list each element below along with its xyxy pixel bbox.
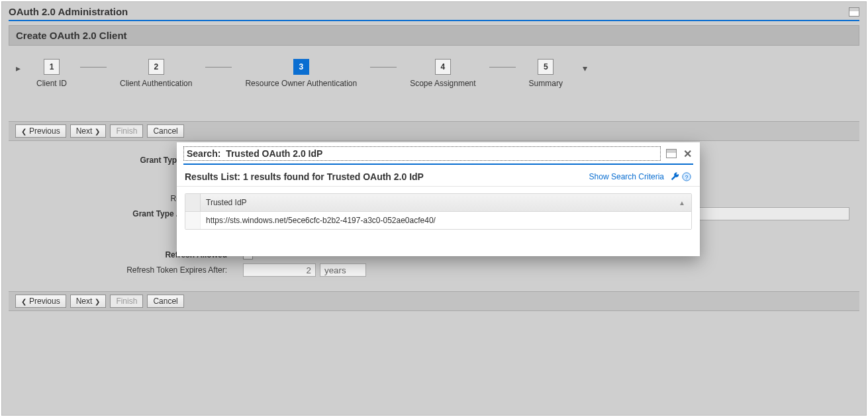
wizard-heading: Create OAuth 2.0 Client	[9, 25, 859, 46]
step-client-id[interactable]: 1 Client ID	[36, 59, 67, 88]
button-label: Previous	[29, 126, 60, 136]
step-scope-assignment[interactable]: 4 Scope Assignment	[410, 59, 475, 88]
previous-button[interactable]: ❮ Previous	[15, 295, 66, 308]
roadmap-connector	[489, 67, 516, 68]
wrench-icon[interactable]	[669, 171, 680, 182]
button-label: Previous	[29, 297, 60, 306]
step-number: 4	[435, 59, 451, 75]
button-label: Cancel	[153, 126, 177, 136]
button-bar-bottom: ❮ Previous Next ❯ Finish Cancel	[9, 291, 859, 311]
row-select-handle	[185, 194, 201, 211]
results-heading: Results List: 1 results found for Truste…	[185, 171, 589, 182]
column-header-trusted-idp[interactable]: Trusted IdP	[201, 195, 673, 210]
refresh-expires-label: Refresh Token Expires After:	[9, 265, 234, 275]
step-label: Scope Assignment	[410, 79, 475, 88]
table-row[interactable]: https://sts.windows.net/5ece6cfc-b2b2-41…	[185, 212, 691, 229]
step-number: 2	[148, 59, 164, 75]
dialog-header: Search: Trusted OAuth 2.0 IdP ✕	[177, 142, 700, 163]
next-button[interactable]: Next ❯	[70, 295, 107, 308]
button-bar-top: ❮ Previous Next ❯ Finish Cancel	[9, 121, 859, 141]
cancel-button[interactable]: Cancel	[147, 124, 183, 138]
button-label: Finish	[116, 297, 137, 306]
dialog-underline	[183, 163, 693, 165]
dialog-title: Search: Trusted OAuth 2.0 IdP	[183, 146, 661, 161]
roadmap-connector	[205, 67, 232, 68]
finish-button: Finish	[110, 295, 143, 308]
step-label: Summary	[529, 79, 563, 88]
window-icon[interactable]	[666, 149, 677, 158]
step-number: 3	[293, 59, 309, 75]
wizard-roadmap: ▸ 1 Client ID 2 Client Authentication 3 …	[9, 55, 859, 108]
row-select-handle[interactable]	[185, 212, 201, 229]
refresh-token-unit-input[interactable]	[320, 263, 366, 277]
close-icon[interactable]: ✕	[682, 148, 693, 160]
page-title: OAuth 2.0 Administration	[9, 6, 128, 17]
step-resource-owner-auth[interactable]: 3 Resource Owner Authentication	[245, 59, 357, 88]
step-client-auth[interactable]: 2 Client Authentication	[120, 59, 192, 88]
sort-icon[interactable]: ▲	[673, 199, 691, 207]
button-label: Finish	[116, 126, 137, 136]
step-summary[interactable]: 5 Summary	[529, 59, 563, 88]
svg-text:?: ?	[685, 174, 689, 181]
window-icon[interactable]	[849, 7, 859, 17]
roadmap-connector	[80, 67, 107, 68]
results-header: Results List: 1 results found for Truste…	[177, 170, 700, 187]
previous-button[interactable]: ❮ Previous	[15, 124, 66, 138]
step-number: 1	[44, 59, 60, 75]
refresh-token-value-input[interactable]	[243, 263, 316, 277]
step-number: 5	[538, 59, 554, 75]
button-label: Cancel	[153, 297, 177, 306]
roadmap-connector	[370, 67, 397, 68]
table-header-row: Trusted IdP ▲	[185, 194, 691, 212]
results-table: Trusted IdP ▲ https://sts.windows.net/5e…	[185, 193, 692, 230]
chevron-left-icon: ❮	[21, 298, 26, 305]
roadmap-end-icon: ▾	[580, 63, 591, 73]
chevron-right-icon: ❯	[95, 298, 100, 305]
chevron-left-icon: ❮	[21, 128, 26, 135]
dialog-title-prefix: Search:	[187, 148, 220, 159]
title-underline	[9, 20, 859, 21]
cell-trusted-idp: https://sts.windows.net/5ece6cfc-b2b2-41…	[201, 212, 691, 228]
cancel-button[interactable]: Cancel	[147, 295, 183, 308]
step-label: Resource Owner Authentication	[245, 79, 357, 88]
chevron-right-icon: ❯	[95, 128, 100, 135]
step-label: Client Authentication	[120, 79, 192, 88]
help-icon[interactable]: ?	[681, 171, 692, 182]
dialog-title-object: Trusted OAuth 2.0 IdP	[226, 148, 322, 159]
next-button[interactable]: Next ❯	[70, 124, 107, 138]
finish-button: Finish	[110, 124, 143, 138]
page-title-bar: OAuth 2.0 Administration	[2, 2, 866, 20]
button-label: Next	[76, 297, 93, 306]
step-label: Client ID	[36, 79, 67, 88]
search-dialog: Search: Trusted OAuth 2.0 IdP ✕ Results …	[177, 142, 700, 256]
show-search-criteria-link[interactable]: Show Search Criteria	[589, 172, 664, 181]
app-frame: OAuth 2.0 Administration Create OAuth 2.…	[1, 1, 867, 416]
roadmap-start-icon: ▸	[13, 63, 23, 73]
button-label: Next	[76, 126, 93, 136]
